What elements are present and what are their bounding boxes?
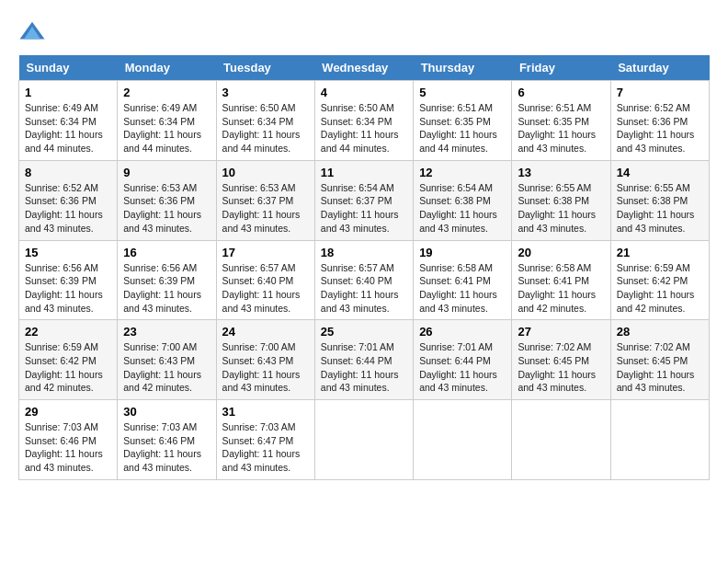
- calendar-cell: 9 Sunrise: 6:53 AMSunset: 6:36 PMDayligh…: [118, 160, 216, 240]
- cell-text: Sunrise: 6:56 AMSunset: 6:39 PMDaylight:…: [25, 262, 103, 314]
- calendar-week-row: 22 Sunrise: 6:59 AMSunset: 6:42 PMDaylig…: [19, 320, 710, 400]
- cell-text: Sunrise: 7:03 AMSunset: 6:46 PMDaylight:…: [25, 421, 103, 473]
- cell-text: Sunrise: 7:02 AMSunset: 6:45 PMDaylight:…: [617, 341, 695, 393]
- cell-text: Sunrise: 7:03 AMSunset: 6:46 PMDaylight:…: [123, 421, 201, 473]
- calendar-cell: 8 Sunrise: 6:52 AMSunset: 6:36 PMDayligh…: [19, 160, 118, 240]
- day-number: 23: [123, 325, 210, 339]
- cell-text: Sunrise: 6:53 AMSunset: 6:37 PMDaylight:…: [222, 182, 301, 234]
- calendar-cell: 19 Sunrise: 6:58 AMSunset: 6:41 PMDaylig…: [414, 240, 512, 320]
- calendar-cell: 25 Sunrise: 7:01 AMSunset: 6:44 PMDaylig…: [314, 320, 413, 400]
- cell-text: Sunrise: 6:54 AMSunset: 6:37 PMDaylight:…: [321, 182, 399, 234]
- calendar-day-header: Friday: [512, 55, 610, 81]
- cell-text: Sunrise: 6:57 AMSunset: 6:40 PMDaylight:…: [321, 262, 399, 314]
- cell-text: Sunrise: 6:54 AMSunset: 6:38 PMDaylight:…: [419, 182, 497, 234]
- calendar-cell: 7 Sunrise: 6:52 AMSunset: 6:36 PMDayligh…: [610, 81, 709, 161]
- cell-text: Sunrise: 7:02 AMSunset: 6:45 PMDaylight:…: [518, 341, 596, 393]
- calendar-cell: 5 Sunrise: 6:51 AMSunset: 6:35 PMDayligh…: [414, 81, 512, 161]
- cell-text: Sunrise: 7:03 AMSunset: 6:47 PMDaylight:…: [222, 421, 301, 473]
- calendar-day-header: Monday: [118, 55, 216, 81]
- cell-text: Sunrise: 7:01 AMSunset: 6:44 PMDaylight:…: [419, 341, 497, 393]
- calendar-cell: [414, 400, 512, 480]
- day-number: 3: [222, 86, 309, 99]
- day-number: 30: [123, 405, 210, 419]
- calendar-day-header: Wednesday: [314, 55, 413, 81]
- calendar-day-header: Tuesday: [216, 55, 314, 81]
- calendar-cell: [512, 400, 610, 480]
- logo: [18, 18, 50, 46]
- calendar-cell: 23 Sunrise: 7:00 AMSunset: 6:43 PMDaylig…: [118, 320, 216, 400]
- calendar-cell: 16 Sunrise: 6:56 AMSunset: 6:39 PMDaylig…: [118, 240, 216, 320]
- cell-text: Sunrise: 6:57 AMSunset: 6:40 PMDaylight:…: [222, 262, 301, 314]
- calendar-cell: 28 Sunrise: 7:02 AMSunset: 6:45 PMDaylig…: [610, 320, 709, 400]
- day-number: 9: [123, 166, 210, 179]
- calendar-week-row: 15 Sunrise: 6:56 AMSunset: 6:39 PMDaylig…: [19, 240, 710, 320]
- calendar-cell: 4 Sunrise: 6:50 AMSunset: 6:34 PMDayligh…: [314, 81, 413, 161]
- day-number: 18: [321, 246, 407, 259]
- calendar-cell: 20 Sunrise: 6:58 AMSunset: 6:41 PMDaylig…: [512, 240, 610, 320]
- cell-text: Sunrise: 6:51 AMSunset: 6:35 PMDaylight:…: [419, 102, 497, 154]
- logo-icon: [18, 18, 46, 46]
- page-header: [18, 18, 710, 46]
- calendar-cell: 13 Sunrise: 6:55 AMSunset: 6:38 PMDaylig…: [512, 160, 610, 240]
- calendar-day-header: Saturday: [610, 55, 709, 81]
- calendar-cell: 6 Sunrise: 6:51 AMSunset: 6:35 PMDayligh…: [512, 81, 610, 161]
- day-number: 29: [25, 405, 111, 419]
- day-number: 2: [123, 86, 210, 99]
- day-number: 13: [518, 166, 604, 179]
- calendar-cell: 24 Sunrise: 7:00 AMSunset: 6:43 PMDaylig…: [216, 320, 314, 400]
- day-number: 15: [25, 246, 111, 259]
- cell-text: Sunrise: 6:58 AMSunset: 6:41 PMDaylight:…: [518, 262, 596, 314]
- day-number: 17: [222, 246, 309, 259]
- calendar-cell: [314, 400, 413, 480]
- calendar-cell: 2 Sunrise: 6:49 AMSunset: 6:34 PMDayligh…: [118, 81, 216, 161]
- cell-text: Sunrise: 6:59 AMSunset: 6:42 PMDaylight:…: [617, 262, 695, 314]
- day-number: 14: [617, 166, 703, 179]
- cell-text: Sunrise: 6:55 AMSunset: 6:38 PMDaylight:…: [518, 182, 596, 234]
- calendar-cell: 31 Sunrise: 7:03 AMSunset: 6:47 PMDaylig…: [216, 400, 314, 480]
- calendar-cell: 22 Sunrise: 6:59 AMSunset: 6:42 PMDaylig…: [19, 320, 118, 400]
- day-number: 10: [222, 166, 309, 179]
- day-number: 7: [617, 86, 703, 99]
- calendar-cell: 18 Sunrise: 6:57 AMSunset: 6:40 PMDaylig…: [314, 240, 413, 320]
- cell-text: Sunrise: 7:00 AMSunset: 6:43 PMDaylight:…: [123, 341, 201, 393]
- calendar-table: SundayMondayTuesdayWednesdayThursdayFrid…: [18, 55, 710, 480]
- day-number: 12: [419, 166, 506, 179]
- cell-text: Sunrise: 6:52 AMSunset: 6:36 PMDaylight:…: [617, 102, 695, 154]
- day-number: 8: [25, 166, 111, 179]
- day-number: 28: [617, 325, 703, 339]
- day-number: 20: [518, 246, 604, 259]
- calendar-cell: 30 Sunrise: 7:03 AMSunset: 6:46 PMDaylig…: [118, 400, 216, 480]
- calendar-week-row: 8 Sunrise: 6:52 AMSunset: 6:36 PMDayligh…: [19, 160, 710, 240]
- calendar-cell: 15 Sunrise: 6:56 AMSunset: 6:39 PMDaylig…: [19, 240, 118, 320]
- day-number: 16: [123, 246, 210, 259]
- day-number: 26: [419, 325, 506, 339]
- cell-text: Sunrise: 6:49 AMSunset: 6:34 PMDaylight:…: [25, 102, 103, 154]
- cell-text: Sunrise: 6:52 AMSunset: 6:36 PMDaylight:…: [25, 182, 103, 234]
- cell-text: Sunrise: 6:53 AMSunset: 6:36 PMDaylight:…: [123, 182, 201, 234]
- day-number: 5: [419, 86, 506, 99]
- calendar-header-row: SundayMondayTuesdayWednesdayThursdayFrid…: [19, 55, 710, 81]
- calendar-cell: 21 Sunrise: 6:59 AMSunset: 6:42 PMDaylig…: [610, 240, 709, 320]
- day-number: 31: [222, 405, 309, 419]
- calendar-cell: 10 Sunrise: 6:53 AMSunset: 6:37 PMDaylig…: [216, 160, 314, 240]
- day-number: 6: [518, 86, 604, 99]
- calendar-week-row: 1 Sunrise: 6:49 AMSunset: 6:34 PMDayligh…: [19, 81, 710, 161]
- calendar-cell: 14 Sunrise: 6:55 AMSunset: 6:38 PMDaylig…: [610, 160, 709, 240]
- cell-text: Sunrise: 6:55 AMSunset: 6:38 PMDaylight:…: [617, 182, 695, 234]
- calendar-cell: 3 Sunrise: 6:50 AMSunset: 6:34 PMDayligh…: [216, 81, 314, 161]
- day-number: 4: [321, 86, 407, 99]
- day-number: 19: [419, 246, 506, 259]
- calendar-cell: 12 Sunrise: 6:54 AMSunset: 6:38 PMDaylig…: [414, 160, 512, 240]
- calendar-cell: 1 Sunrise: 6:49 AMSunset: 6:34 PMDayligh…: [19, 81, 118, 161]
- calendar-cell: 11 Sunrise: 6:54 AMSunset: 6:37 PMDaylig…: [314, 160, 413, 240]
- calendar-cell: [610, 400, 709, 480]
- cell-text: Sunrise: 6:51 AMSunset: 6:35 PMDaylight:…: [518, 102, 596, 154]
- calendar-day-header: Thursday: [414, 55, 512, 81]
- cell-text: Sunrise: 7:00 AMSunset: 6:43 PMDaylight:…: [222, 341, 301, 393]
- day-number: 11: [321, 166, 407, 179]
- calendar-cell: 29 Sunrise: 7:03 AMSunset: 6:46 PMDaylig…: [19, 400, 118, 480]
- cell-text: Sunrise: 6:50 AMSunset: 6:34 PMDaylight:…: [321, 102, 399, 154]
- cell-text: Sunrise: 6:56 AMSunset: 6:39 PMDaylight:…: [123, 262, 201, 314]
- cell-text: Sunrise: 6:50 AMSunset: 6:34 PMDaylight:…: [222, 102, 301, 154]
- calendar-cell: 27 Sunrise: 7:02 AMSunset: 6:45 PMDaylig…: [512, 320, 610, 400]
